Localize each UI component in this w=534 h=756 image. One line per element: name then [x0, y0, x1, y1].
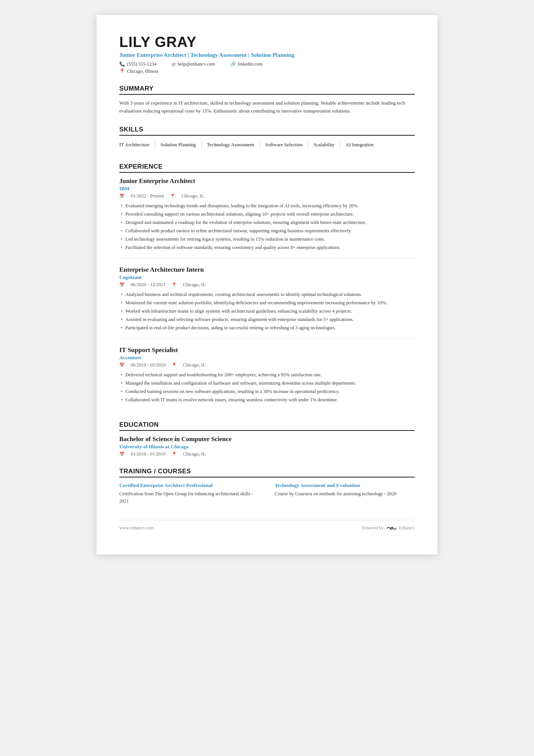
bullet-item: Analyzed business and technical requirem… — [119, 291, 415, 298]
job-meta-2: 📅 06/2020 - 12/2021 📍 Chicago, IL — [119, 282, 415, 288]
bullet-item: Worked with infrastructure teams to alig… — [119, 307, 415, 315]
edu-meta: 📅 01/2016 - 01/2019 📍 Chicago, IL — [119, 451, 415, 457]
edu-dates: 01/2016 - 01/2019 — [131, 451, 166, 457]
brand-name: Enhancv — [399, 525, 415, 531]
education-section: EDUCATION Bachelor of Science in Compute… — [119, 421, 415, 457]
training-item-1: Certified Enterprise Architect Professio… — [119, 482, 259, 505]
phone-icon: 📞 — [119, 61, 125, 67]
skill-it-architecture: IT Architecture — [119, 140, 155, 149]
summary-text: With 3 years of experience in IT archite… — [119, 99, 415, 115]
enhancv-logo — [386, 525, 397, 532]
education-block: Bachelor of Science in Computer Science … — [119, 435, 415, 457]
link-icon: 🔗 — [230, 61, 236, 67]
skills-section: SKILLS IT Architecture Solution Planning… — [119, 126, 415, 152]
job-title-1: Junior Enterprise Architect — [119, 177, 415, 185]
bullet-item: Provided consulting support on various a… — [119, 210, 415, 218]
bullet-item: Collaborated with product owners to refi… — [119, 227, 415, 235]
calendar-icon-1: 📅 — [119, 194, 125, 199]
training-desc-2: Course by Coursera on methods for assess… — [275, 490, 415, 498]
phone-contact: 📞 (555) 555-1234 — [119, 61, 156, 67]
edu-school: University of Illinois at Chicago — [119, 444, 415, 450]
job-meta-1: 📅 01/2022 - Present 📍 Chicago, IL — [119, 193, 415, 199]
summary-section: SUMMARY With 3 years of experience in IT… — [119, 85, 415, 115]
skills-title: SKILLS — [119, 126, 415, 136]
edu-location: Chicago, IL — [183, 451, 206, 457]
training-title-2: Technology Assessment and Evaluation — [275, 482, 415, 489]
skill-technology-assessment: Technology Assessment — [207, 140, 260, 149]
location-icon-1: 📍 — [170, 194, 175, 199]
candidate-title: Junior Enterprise Architect | Technology… — [119, 52, 415, 58]
bullet-item: Collaborated with IT teams to resolve ne… — [119, 396, 415, 404]
training-title: TRAINING / COURSES — [119, 468, 415, 477]
company-3: Accenture — [119, 355, 415, 361]
job-dates-1: 01/2022 - Present — [131, 193, 164, 199]
bullet-item: Managed the installation and configurati… — [119, 379, 415, 387]
bullet-item: Facilitated the selection of software st… — [119, 244, 415, 251]
job-dates-3: 06/2019 - 05/2020 — [131, 362, 166, 368]
bullet-item: Participated in end-of-life product deci… — [119, 324, 415, 332]
edu-location-icon: 📍 — [172, 452, 177, 457]
job-bullets-2: Analyzed business and technical requirem… — [119, 291, 415, 332]
bullet-item: Designed and maintained a roadmap for th… — [119, 219, 415, 226]
experience-title: EXPERIENCE — [119, 163, 415, 173]
calendar-icon-3: 📅 — [119, 363, 125, 368]
linkedin-contact: 🔗 linkedin.com — [230, 61, 263, 67]
job-dates-2: 06/2020 - 12/2021 — [131, 282, 166, 288]
calendar-icon-2: 📅 — [119, 282, 125, 287]
job-title-2: Enterprise Architecture Intern — [119, 266, 415, 274]
job-location-3: Chicago, IL — [183, 362, 206, 368]
job-cognizant: Enterprise Architecture Intern Cognizant… — [119, 266, 415, 339]
edu-calendar-icon: 📅 — [119, 452, 125, 457]
location-icon-3: 📍 — [172, 363, 177, 368]
training-item-2: Technology Assessment and Evaluation Cou… — [275, 482, 415, 505]
job-accenture: IT Support Specialist Accenture 📅 06/201… — [119, 346, 415, 410]
bullet-item: Monitored the current-state solution por… — [119, 299, 415, 307]
footer-brand: Powered by Enhancv — [362, 525, 415, 532]
skill-solution-planning: Solution Planning — [161, 140, 202, 149]
job-bullets-3: Delivered technical support and troubles… — [119, 371, 415, 404]
job-bullets-1: Evaluated emerging technology trends and… — [119, 202, 415, 251]
job-location-2: Chicago, IL — [183, 282, 206, 288]
training-title-1: Certified Enterprise Architect Professio… — [119, 482, 259, 489]
email-icon: @ — [172, 61, 176, 67]
location-row: 📍 Chicago, Illinois — [119, 69, 415, 74]
bullet-item: Assisted in evaluating and selecting sof… — [119, 316, 415, 323]
skills-list: IT Architecture Solution Planning Techno… — [119, 140, 415, 152]
skill-scalability: Scalability — [314, 140, 340, 149]
footer-website: www.enhancv.com — [119, 525, 154, 531]
bullet-item: Led technology assessments for retiring … — [119, 235, 415, 243]
contact-row: 📞 (555) 555-1234 @ help@enhancv.com 🔗 li… — [119, 61, 415, 67]
experience-section: EXPERIENCE Junior Enterprise Architect I… — [119, 163, 415, 410]
training-grid: Certified Enterprise Architect Professio… — [119, 482, 415, 505]
location-icon-2: 📍 — [172, 282, 177, 287]
job-title-3: IT Support Specialist — [119, 346, 415, 354]
training-section: TRAINING / COURSES Certified Enterprise … — [119, 468, 415, 505]
resume-page: LILY GRAY Junior Enterprise Architect | … — [97, 15, 437, 554]
phone-value: (555) 555-1234 — [127, 61, 156, 67]
candidate-name: LILY GRAY — [119, 34, 415, 50]
education-title: EDUCATION — [119, 421, 415, 431]
email-value: help@enhancv.com — [178, 61, 215, 67]
location-contact: 📍 Chicago, Illinois — [119, 69, 158, 74]
training-desc-1: Certification from The Open Group for en… — [119, 490, 259, 505]
summary-title: SUMMARY — [119, 85, 415, 95]
company-2: Cognizant — [119, 274, 415, 280]
linkedin-value: linkedin.com — [238, 61, 263, 67]
skill-software-selection: Software Selection — [265, 140, 308, 149]
bullet-item: Conducted training sessions on new softw… — [119, 388, 415, 395]
header: LILY GRAY Junior Enterprise Architect | … — [119, 34, 415, 74]
footer: www.enhancv.com Powered by Enhancv — [119, 520, 415, 532]
job-meta-3: 📅 06/2019 - 05/2020 📍 Chicago, IL — [119, 362, 415, 368]
bullet-item: Delivered technical support and troubles… — [119, 371, 415, 379]
bullet-item: Evaluated emerging technology trends and… — [119, 202, 415, 210]
company-1: IBM — [119, 186, 415, 192]
job-location-1: Chicago, IL — [181, 193, 204, 199]
email-contact: @ help@enhancv.com — [172, 61, 215, 67]
job-ibm: Junior Enterprise Architect IBM 📅 01/202… — [119, 177, 415, 258]
edu-degree: Bachelor of Science in Computer Science — [119, 435, 415, 443]
powered-by-text: Powered by — [362, 525, 384, 531]
skill-ai-integration: AI Integration — [345, 140, 379, 149]
enhancv-logo-svg — [386, 525, 397, 532]
location-icon: 📍 — [119, 69, 125, 74]
location-value: Chicago, Illinois — [127, 69, 158, 74]
